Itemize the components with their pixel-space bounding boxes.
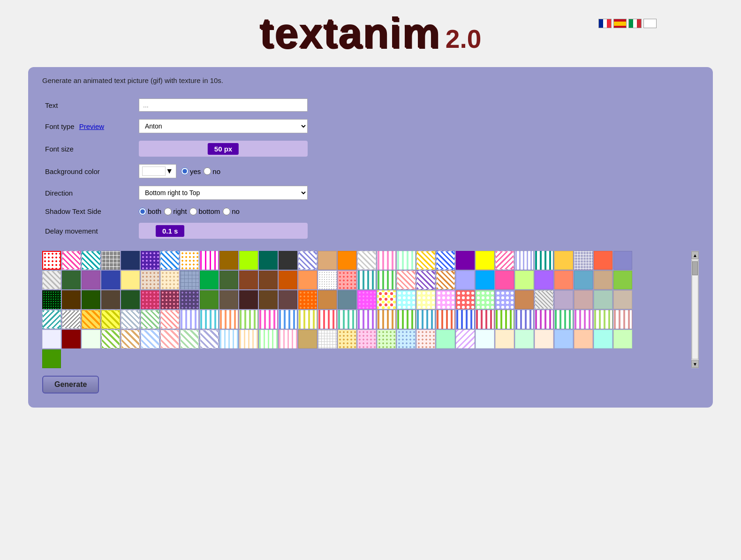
texture-cell[interactable] (141, 271, 159, 289)
texture-cell[interactable] (495, 271, 514, 289)
texture-cell[interactable] (574, 290, 593, 309)
texture-cell[interactable] (476, 290, 494, 309)
texture-cell[interactable] (259, 310, 278, 329)
texture-cell[interactable] (318, 310, 337, 329)
text-input[interactable] (139, 98, 308, 112)
texture-cell[interactable] (160, 290, 179, 309)
generate-button[interactable]: Generate (42, 376, 99, 394)
texture-cell[interactable] (200, 251, 219, 270)
texture-cell[interactable] (259, 290, 278, 309)
texture-cell[interactable] (377, 251, 396, 270)
texture-cell[interactable] (42, 310, 61, 329)
texture-cell[interactable] (436, 251, 455, 270)
texture-cell[interactable] (495, 251, 514, 270)
shadow-right-label[interactable]: right (164, 207, 187, 215)
texture-cell[interactable] (613, 251, 632, 270)
texture-cell[interactable] (495, 330, 514, 348)
texture-cell[interactable] (318, 290, 337, 309)
flag-italian[interactable] (628, 19, 642, 28)
texture-cell[interactable] (239, 251, 258, 270)
texture-cell[interactable] (554, 330, 573, 348)
texture-cell[interactable] (279, 251, 297, 270)
texture-cell[interactable] (101, 290, 120, 309)
texture-cell[interactable] (219, 310, 238, 329)
texture-cell[interactable] (180, 271, 199, 289)
texture-cell[interactable] (298, 271, 317, 289)
texture-cell[interactable] (141, 290, 159, 309)
texture-cell[interactable] (62, 251, 81, 270)
texture-cell[interactable] (416, 271, 435, 289)
color-dropdown[interactable]: ▼ (139, 164, 176, 178)
texture-cell[interactable] (456, 310, 475, 329)
texture-cell[interactable] (535, 251, 553, 270)
texture-cell[interactable] (535, 290, 553, 309)
texture-cell[interactable] (476, 271, 494, 289)
texture-cell[interactable] (101, 310, 120, 329)
texture-cell[interactable] (200, 271, 219, 289)
texture-cell[interactable] (279, 290, 297, 309)
texture-cell[interactable] (594, 330, 612, 348)
texture-cell[interactable] (121, 251, 140, 270)
delay-slider[interactable]: 0.1 s (139, 223, 308, 239)
texture-cell[interactable] (535, 271, 553, 289)
texture-cell[interactable] (219, 271, 238, 289)
texture-cell[interactable] (357, 330, 376, 348)
shadow-bottom-radio[interactable] (189, 208, 197, 215)
texture-cell[interactable] (121, 271, 140, 289)
texture-cell[interactable] (377, 271, 396, 289)
texture-cell[interactable] (338, 330, 356, 348)
texture-cell[interactable] (239, 290, 258, 309)
texture-scrollbar[interactable]: ▲ ▼ (691, 251, 699, 368)
texture-cell[interactable] (200, 330, 219, 348)
texture-cell[interactable] (42, 290, 61, 309)
texture-cell[interactable] (160, 330, 179, 348)
texture-cell[interactable] (594, 271, 612, 289)
texture-cell[interactable] (180, 330, 199, 348)
texture-cell[interactable] (200, 290, 219, 309)
scroll-handle[interactable] (692, 261, 698, 275)
texture-cell[interactable] (82, 310, 100, 329)
flag-french[interactable] (598, 19, 612, 28)
font-select[interactable]: Anton Arial Times New Roman Verdana Geor… (139, 119, 308, 133)
texture-cell[interactable] (101, 330, 120, 348)
texture-cell[interactable] (298, 310, 317, 329)
flag-english[interactable] (643, 19, 657, 28)
texture-cell[interactable] (298, 251, 317, 270)
texture-cell[interactable] (338, 290, 356, 309)
bg-no-label[interactable]: no (204, 167, 220, 175)
texture-cell[interactable] (42, 349, 61, 368)
texture-cell[interactable] (436, 310, 455, 329)
texture-cell[interactable] (259, 251, 278, 270)
texture-cell[interactable] (121, 290, 140, 309)
texture-cell[interactable] (279, 271, 297, 289)
texture-cell[interactable] (279, 330, 297, 348)
texture-cell[interactable] (397, 310, 416, 329)
texture-cell[interactable] (476, 310, 494, 329)
texture-cell[interactable] (574, 330, 593, 348)
texture-cell[interactable] (554, 251, 573, 270)
texture-cell[interactable] (357, 271, 376, 289)
texture-cell[interactable] (476, 330, 494, 348)
scroll-down-button[interactable]: ▼ (691, 360, 699, 368)
texture-cell[interactable] (594, 251, 612, 270)
texture-cell[interactable] (121, 330, 140, 348)
texture-cell[interactable] (298, 330, 317, 348)
texture-cell[interactable] (180, 251, 199, 270)
texture-cell[interactable] (160, 271, 179, 289)
texture-cell[interactable] (82, 251, 100, 270)
font-size-slider[interactable]: 50 px (139, 141, 308, 157)
texture-cell[interactable] (416, 330, 435, 348)
shadow-bottom-label[interactable]: bottom (189, 207, 220, 215)
texture-cell[interactable] (397, 330, 416, 348)
texture-cell[interactable] (574, 251, 593, 270)
texture-cell[interactable] (377, 310, 396, 329)
texture-cell[interactable] (62, 310, 81, 329)
texture-cell[interactable] (357, 290, 376, 309)
texture-cell[interactable] (42, 330, 61, 348)
shadow-no-label[interactable]: no (223, 207, 240, 215)
preview-link[interactable]: Preview (79, 122, 104, 130)
texture-cell[interactable] (495, 310, 514, 329)
texture-cell[interactable] (239, 310, 258, 329)
texture-cell[interactable] (613, 290, 632, 309)
texture-cell[interactable] (121, 310, 140, 329)
